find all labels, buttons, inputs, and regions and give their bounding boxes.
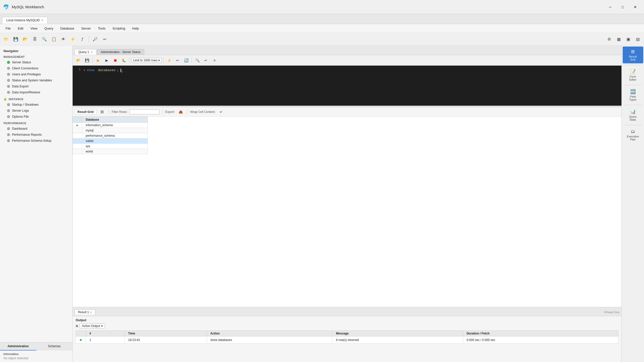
menu-item-help[interactable]: Help (129, 26, 143, 31)
menu-item-view[interactable]: View (27, 26, 41, 31)
editor-content[interactable]: ● show databases ; | (84, 68, 619, 104)
nav-performance-reports[interactable]: Performance Reports (0, 132, 72, 138)
qt-stop[interactable]: ⏹ (111, 57, 119, 64)
menu-item-server[interactable]: Server (78, 26, 94, 31)
export-label: Export: (165, 110, 175, 114)
tb-settings[interactable]: ⚙ (605, 35, 613, 44)
menu-item-query[interactable]: Query (41, 26, 57, 31)
qt-sep-4 (192, 58, 192, 63)
table-row[interactable]: sys (73, 144, 148, 149)
tb-layout1[interactable]: ▦ (614, 35, 623, 44)
filter-rows-label: Filter Rows: (112, 110, 127, 114)
tab-schemas[interactable]: Schemas (36, 342, 73, 350)
qt-execute-selection[interactable]: ▶ (103, 57, 110, 64)
menu-item-edit[interactable]: Edit (14, 26, 27, 31)
qt-execute-all[interactable]: ▶ (94, 57, 102, 64)
menu-item-tools[interactable]: Tools (94, 26, 109, 31)
qt-auto[interactable]: 🔄 (182, 57, 190, 64)
output-row[interactable]: ● 1 18:23:43 show databases 6 row(s) ret… (76, 336, 618, 343)
nav-options-file[interactable]: Options File (0, 114, 72, 120)
tb-reconnect[interactable]: ↩ (100, 35, 109, 44)
maximize-button[interactable]: □ (617, 3, 628, 11)
result-tab-1-close[interactable]: ✕ (90, 311, 92, 314)
rp-query-stats[interactable]: 📊 QueryStats (623, 107, 643, 123)
nav-perf-schema-setup[interactable]: Performance Schema Setup (0, 138, 72, 144)
management-section-title: Management (0, 53, 72, 59)
tb-layout2[interactable]: ▣ (624, 35, 632, 44)
action-output-select[interactable]: Action Output ▾ (80, 323, 105, 328)
nav-server-logs[interactable]: Server Logs (0, 108, 72, 114)
table-row[interactable]: ▶ information_schema (73, 123, 148, 128)
content-pane: Query 1 ✕ Administration - Server Status… (73, 46, 621, 362)
qt-find[interactable]: 🔍 (194, 57, 201, 64)
nav-client-connections[interactable]: Client Connections (0, 65, 72, 71)
tb-save[interactable]: 💾 (12, 35, 20, 44)
rp-field-types-label: FieldTypes (629, 95, 636, 101)
nav-status-vars[interactable]: Status and System Variables (0, 77, 72, 83)
menu-item-scripting[interactable]: Scripting (109, 26, 129, 31)
out-status: ● (76, 336, 86, 343)
instance-tab-close[interactable]: ✕ (41, 19, 43, 22)
menu-item-file[interactable]: File (2, 26, 14, 31)
tb-new[interactable]: 📁 (2, 35, 11, 44)
tb-view[interactable]: 👁 (59, 35, 68, 44)
qt-rollback[interactable]: ↩ (174, 57, 181, 64)
tb-table[interactable]: 📋 (50, 35, 58, 44)
result-grid-tab[interactable]: Result Grid (75, 109, 96, 115)
qt-open[interactable]: 📂 (75, 57, 82, 64)
rp-form-editor[interactable]: 📝 FormEditor (623, 67, 643, 83)
tb-procedure[interactable]: ⚡ (69, 35, 77, 44)
output-label: Output (76, 318, 618, 322)
export-button[interactable]: 📤 (177, 108, 184, 115)
query-tab-1[interactable]: Query 1 ✕ (75, 49, 96, 55)
query-tab-1-close[interactable]: ✕ (91, 51, 93, 54)
read-only-label: Read Only (606, 311, 619, 314)
rp-result-grid[interactable]: ⊞ ResultGrid (623, 47, 643, 63)
nav-data-export[interactable]: Data Export (0, 83, 72, 89)
line-numbers: 1 (75, 68, 84, 104)
qt-wrap[interactable]: ↵ (202, 57, 210, 64)
tb-open[interactable]: 📂 (21, 35, 30, 44)
tb-search[interactable]: 🔎 (91, 35, 99, 44)
nav-client-connections-label: Client Connections (12, 67, 38, 70)
results-grid-icon[interactable]: ⊞ (98, 108, 106, 115)
wrap-cell-button[interactable]: ↵ (217, 108, 225, 115)
rp-result-grid-label: ResultGrid (629, 55, 637, 61)
nav-dashboard[interactable]: Dashboard (0, 126, 72, 132)
nav-server-status[interactable]: Server Status (0, 59, 72, 65)
options-file-dot (7, 115, 10, 118)
out-col-duration: Duration / Fetch (463, 331, 618, 336)
result-tab-1[interactable]: Result 1 ✕ (75, 309, 95, 315)
qt-more[interactable]: ≡ (211, 57, 218, 64)
row-indicator (73, 128, 82, 133)
tb-layout3[interactable]: ▤ (633, 35, 642, 44)
qt-debug[interactable]: 🐛 (120, 57, 127, 64)
tb-inspector[interactable]: 🔍 (40, 35, 49, 44)
qt-save[interactable]: 💾 (83, 57, 91, 64)
limit-rows-chevron: ▾ (158, 59, 160, 62)
table-row[interactable]: world (73, 149, 148, 154)
minimize-button[interactable]: ─ (604, 3, 616, 11)
query-tab-admin[interactable]: Administration - Server Status (97, 49, 144, 55)
col-database[interactable]: Database (82, 117, 148, 123)
table-row[interactable]: performance_schema (73, 133, 148, 138)
row-indicator (73, 144, 82, 149)
nav-users-privileges[interactable]: Users and Privileges (0, 71, 72, 77)
nav-data-import[interactable]: Data Import/Restore (0, 89, 72, 95)
tb-function[interactable]: ƒ (78, 35, 87, 44)
table-row[interactable]: sakila (73, 138, 148, 144)
tab-administration[interactable]: Administration (0, 342, 36, 350)
menu-item-database[interactable]: Database (57, 26, 78, 31)
nav-startup-shutdown[interactable]: Startup / Shutdown (0, 102, 72, 108)
close-button[interactable]: ✕ (629, 3, 641, 11)
limit-rows-select[interactable]: Limit to 1000 rows ▾ (131, 58, 162, 63)
filter-rows-input[interactable] (130, 109, 160, 114)
qt-commit[interactable]: ⚡ (165, 57, 173, 64)
tb-schema[interactable]: 🗄 (31, 35, 39, 44)
rp-field-types[interactable]: 🔤 FieldTypes (623, 87, 643, 103)
table-row[interactable]: mysql (73, 128, 148, 133)
execution-plan-icon: 🗂 (631, 129, 635, 134)
rp-execution-plan[interactable]: 🗂 ExecutionPlan (623, 127, 643, 143)
sql-editor[interactable]: 1 ● show databases ; | (73, 66, 621, 106)
instance-tab-local[interactable]: Local instance MySQL80 ✕ (2, 17, 48, 24)
